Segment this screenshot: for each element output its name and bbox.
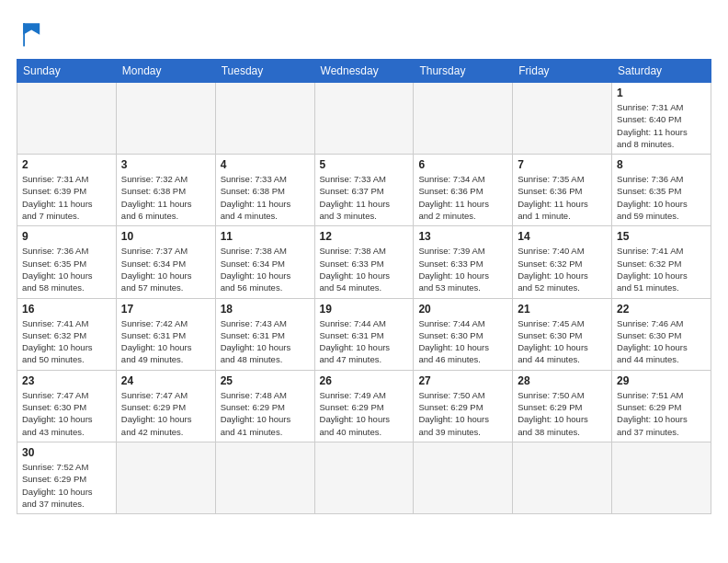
day-info: Sunrise: 7:43 AMSunset: 6:31 PMDaylight:… xyxy=(221,317,310,366)
calendar-cell: 11Sunrise: 7:38 AMSunset: 6:34 PMDayligh… xyxy=(215,226,314,298)
day-number: 8 xyxy=(617,158,706,171)
calendar-cell xyxy=(215,83,314,155)
day-number: 5 xyxy=(320,158,409,171)
day-info: Sunrise: 7:37 AMSunset: 6:34 PMDaylight:… xyxy=(121,245,210,293)
calendar-cell: 16Sunrise: 7:41 AMSunset: 6:32 PMDayligh… xyxy=(17,298,117,370)
day-number: 26 xyxy=(320,374,409,387)
calendar-cell: 9Sunrise: 7:36 AMSunset: 6:35 PMDaylight… xyxy=(17,226,117,298)
day-number: 16 xyxy=(22,303,111,316)
day-info: Sunrise: 7:33 AMSunset: 6:37 PMDaylight:… xyxy=(320,173,409,222)
calendar-cell: 3Sunrise: 7:32 AMSunset: 6:38 PMDaylight… xyxy=(116,155,215,226)
day-info: Sunrise: 7:42 AMSunset: 6:31 PMDaylight:… xyxy=(121,317,210,366)
day-info: Sunrise: 7:38 AMSunset: 6:33 PMDaylight:… xyxy=(320,245,409,293)
calendar-cell xyxy=(17,83,117,155)
day-number: 9 xyxy=(22,230,111,243)
calendar-cell: 23Sunrise: 7:47 AMSunset: 6:30 PMDayligh… xyxy=(17,370,117,442)
calendar-cell: 24Sunrise: 7:47 AMSunset: 6:29 PMDayligh… xyxy=(116,370,215,442)
logo-icon xyxy=(17,17,50,50)
calendar-cell: 7Sunrise: 7:35 AMSunset: 6:36 PMDaylight… xyxy=(513,155,612,226)
day-number: 30 xyxy=(22,446,111,459)
day-number: 6 xyxy=(418,158,507,171)
day-info: Sunrise: 7:50 AMSunset: 6:29 PMDaylight:… xyxy=(518,389,607,438)
day-number: 18 xyxy=(221,303,310,316)
day-number: 11 xyxy=(221,230,310,243)
calendar-cell xyxy=(612,442,711,513)
day-info: Sunrise: 7:40 AMSunset: 6:32 PMDaylight:… xyxy=(518,245,607,293)
calendar-week-6: 30Sunrise: 7:52 AMSunset: 6:29 PMDayligh… xyxy=(17,442,711,513)
calendar-cell: 14Sunrise: 7:40 AMSunset: 6:32 PMDayligh… xyxy=(513,226,612,298)
calendar-cell: 26Sunrise: 7:49 AMSunset: 6:29 PMDayligh… xyxy=(314,370,414,442)
day-info: Sunrise: 7:46 AMSunset: 6:30 PMDaylight:… xyxy=(617,317,706,366)
day-number: 1 xyxy=(617,86,706,99)
calendar-table: SundayMondayTuesdayWednesdayThursdayFrid… xyxy=(17,59,711,514)
day-number: 19 xyxy=(320,303,409,316)
day-number: 27 xyxy=(418,374,507,387)
day-info: Sunrise: 7:39 AMSunset: 6:33 PMDaylight:… xyxy=(418,245,507,293)
calendar-cell xyxy=(116,83,215,155)
calendar-cell: 19Sunrise: 7:44 AMSunset: 6:31 PMDayligh… xyxy=(314,298,414,370)
day-number: 4 xyxy=(221,158,310,171)
calendar-cell: 10Sunrise: 7:37 AMSunset: 6:34 PMDayligh… xyxy=(116,226,215,298)
calendar-cell: 17Sunrise: 7:42 AMSunset: 6:31 PMDayligh… xyxy=(116,298,215,370)
calendar-cell: 15Sunrise: 7:41 AMSunset: 6:32 PMDayligh… xyxy=(612,226,711,298)
calendar-cell xyxy=(215,442,314,513)
day-number: 29 xyxy=(617,374,706,387)
svg-rect-1 xyxy=(23,23,25,46)
day-info: Sunrise: 7:45 AMSunset: 6:30 PMDaylight:… xyxy=(518,317,607,366)
svg-marker-0 xyxy=(23,23,40,35)
weekday-header-thursday: Thursday xyxy=(414,60,513,83)
calendar-cell xyxy=(314,442,414,513)
day-info: Sunrise: 7:34 AMSunset: 6:36 PMDaylight:… xyxy=(418,173,507,222)
weekday-header-wednesday: Wednesday xyxy=(314,60,414,83)
calendar-cell: 8Sunrise: 7:36 AMSunset: 6:35 PMDaylight… xyxy=(612,155,711,226)
calendar-cell: 13Sunrise: 7:39 AMSunset: 6:33 PMDayligh… xyxy=(414,226,513,298)
day-info: Sunrise: 7:38 AMSunset: 6:34 PMDaylight:… xyxy=(221,245,310,293)
weekday-header-monday: Monday xyxy=(116,60,215,83)
day-number: 22 xyxy=(617,303,706,316)
day-info: Sunrise: 7:48 AMSunset: 6:29 PMDaylight:… xyxy=(221,389,310,438)
day-number: 2 xyxy=(22,158,111,171)
calendar-cell: 6Sunrise: 7:34 AMSunset: 6:36 PMDaylight… xyxy=(414,155,513,226)
day-number: 24 xyxy=(121,374,210,387)
calendar-cell xyxy=(513,442,612,513)
day-info: Sunrise: 7:41 AMSunset: 6:32 PMDaylight:… xyxy=(617,245,706,293)
day-number: 14 xyxy=(518,230,607,243)
weekday-header-saturday: Saturday xyxy=(612,60,711,83)
calendar-cell: 22Sunrise: 7:46 AMSunset: 6:30 PMDayligh… xyxy=(612,298,711,370)
day-info: Sunrise: 7:31 AMSunset: 6:40 PMDaylight:… xyxy=(617,101,706,150)
day-info: Sunrise: 7:47 AMSunset: 6:29 PMDaylight:… xyxy=(121,389,210,438)
calendar-week-3: 9Sunrise: 7:36 AMSunset: 6:35 PMDaylight… xyxy=(17,226,711,298)
calendar-cell xyxy=(116,442,215,513)
calendar-cell: 20Sunrise: 7:44 AMSunset: 6:30 PMDayligh… xyxy=(414,298,513,370)
calendar-cell: 27Sunrise: 7:50 AMSunset: 6:29 PMDayligh… xyxy=(414,370,513,442)
day-info: Sunrise: 7:31 AMSunset: 6:39 PMDaylight:… xyxy=(22,173,111,222)
calendar-cell: 12Sunrise: 7:38 AMSunset: 6:33 PMDayligh… xyxy=(314,226,414,298)
day-number: 3 xyxy=(121,158,210,171)
weekday-header-friday: Friday xyxy=(513,60,612,83)
day-number: 12 xyxy=(320,230,409,243)
calendar-cell: 21Sunrise: 7:45 AMSunset: 6:30 PMDayligh… xyxy=(513,298,612,370)
day-number: 15 xyxy=(617,230,706,243)
calendar-week-5: 23Sunrise: 7:47 AMSunset: 6:30 PMDayligh… xyxy=(17,370,711,442)
day-info: Sunrise: 7:36 AMSunset: 6:35 PMDaylight:… xyxy=(617,173,706,222)
header xyxy=(17,17,711,50)
calendar-cell xyxy=(414,442,513,513)
calendar-cell: 28Sunrise: 7:50 AMSunset: 6:29 PMDayligh… xyxy=(513,370,612,442)
day-info: Sunrise: 7:32 AMSunset: 6:38 PMDaylight:… xyxy=(121,173,210,222)
weekday-header-sunday: Sunday xyxy=(17,60,117,83)
day-info: Sunrise: 7:41 AMSunset: 6:32 PMDaylight:… xyxy=(22,317,111,366)
day-info: Sunrise: 7:33 AMSunset: 6:38 PMDaylight:… xyxy=(221,173,310,222)
day-number: 28 xyxy=(518,374,607,387)
calendar-cell: 18Sunrise: 7:43 AMSunset: 6:31 PMDayligh… xyxy=(215,298,314,370)
day-info: Sunrise: 7:52 AMSunset: 6:29 PMDaylight:… xyxy=(22,461,111,510)
calendar-week-2: 2Sunrise: 7:31 AMSunset: 6:39 PMDaylight… xyxy=(17,155,711,226)
calendar-cell xyxy=(314,83,414,155)
day-info: Sunrise: 7:47 AMSunset: 6:30 PMDaylight:… xyxy=(22,389,111,438)
day-info: Sunrise: 7:50 AMSunset: 6:29 PMDaylight:… xyxy=(418,389,507,438)
day-number: 23 xyxy=(22,374,111,387)
day-number: 17 xyxy=(121,303,210,316)
day-number: 20 xyxy=(418,303,507,316)
day-info: Sunrise: 7:35 AMSunset: 6:36 PMDaylight:… xyxy=(518,173,607,222)
day-info: Sunrise: 7:44 AMSunset: 6:31 PMDaylight:… xyxy=(320,317,409,366)
day-info: Sunrise: 7:51 AMSunset: 6:29 PMDaylight:… xyxy=(617,389,706,438)
